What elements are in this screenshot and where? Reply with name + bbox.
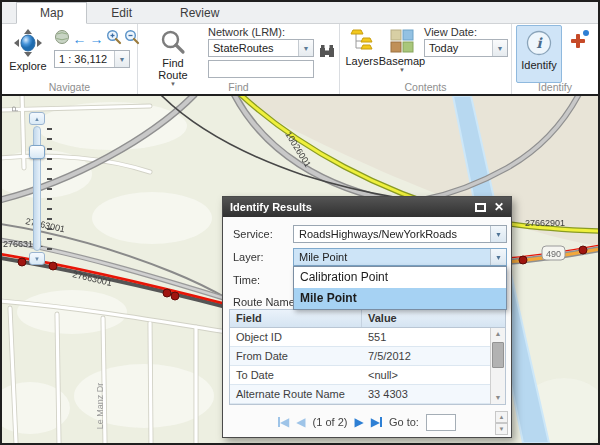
navigate-group-label: Navigate — [2, 81, 137, 93]
view-date-label: View Date: — [424, 26, 477, 38]
street-label: P — [10, 106, 20, 112]
goto-page-input[interactable] — [426, 414, 456, 431]
chevron-down-icon: ▼ — [490, 226, 506, 242]
close-icon[interactable]: ✕ — [494, 201, 504, 213]
identify-group-label: Identify — [512, 81, 598, 93]
group-contents: Layers Basemap ▼ View Date: Today ▼ — [340, 24, 512, 94]
layer-dropdown-list: Calibration Point Mile Point — [293, 266, 507, 310]
table-row: From Date 7/5/2012 — [230, 347, 490, 366]
tab-map[interactable]: Map — [16, 2, 87, 24]
scale-combobox[interactable]: 1 : 36,112 ▼ — [54, 50, 130, 68]
layer-label: Layer: — [233, 251, 264, 263]
scroll-down-icon[interactable]: ▼ — [491, 392, 505, 404]
app-window: Map Edit Review Explore — [0, 0, 600, 445]
map-zoom-slider: ▲ ▼ — [28, 112, 46, 265]
slider-handle[interactable] — [29, 145, 45, 159]
basemap-label: Basemap — [379, 55, 425, 67]
street-label: Le Manz Dr — [95, 383, 105, 430]
service-combobox[interactable]: RoadsHighways/NewYorkRoads ▼ — [293, 225, 507, 243]
chevron-down-icon: ▼ — [298, 40, 313, 56]
previous-page-button[interactable]: ◀ — [296, 416, 305, 428]
basemap-button[interactable]: Basemap ▼ — [382, 28, 422, 88]
navigate-iconrow: ← → — [54, 29, 140, 49]
group-identify: i Identify Identify — [512, 24, 598, 94]
find-route-magnifier-icon — [160, 29, 186, 57]
tab-edit[interactable]: Edit — [87, 2, 156, 23]
contents-group-label: Contents — [340, 81, 511, 93]
route-search-input[interactable] — [208, 60, 314, 78]
explore-label: Explore — [9, 60, 46, 72]
view-date-combobox[interactable]: Today ▼ — [424, 39, 508, 57]
goto-spinner[interactable]: ▲ ▼ — [495, 411, 508, 433]
scroll-up-icon[interactable]: ▲ — [491, 328, 505, 340]
tab-review[interactable]: Review — [156, 2, 243, 23]
table-row: To Date <null> — [230, 366, 490, 385]
identify-button[interactable]: i Identify — [516, 25, 562, 83]
route-name-label: Route Name: — [233, 296, 298, 308]
ribbon-tabbar: Map Edit Review — [2, 2, 598, 24]
ribbon-toolbar: Explore ← → 1 : 36,112 ▼ Navigate — [2, 24, 598, 94]
explore-icon — [13, 28, 43, 60]
dialog-titlebar[interactable]: Identify Results ✕ — [223, 197, 511, 217]
table-scrollbar[interactable]: ▲ ▼ — [490, 328, 505, 404]
globe-icon[interactable] — [54, 29, 70, 49]
identify-label: Identify — [521, 59, 556, 71]
back-arrow-icon[interactable]: ← — [72, 31, 87, 47]
explore-button[interactable]: Explore — [6, 27, 50, 81]
first-page-button[interactable]: ◀ — [278, 416, 289, 428]
route-label: 27662901 — [525, 218, 565, 228]
page-indicator: (1 of 2) — [313, 416, 348, 428]
find-group-label: Find — [138, 81, 339, 93]
service-value: RoadsHighways/NewYorkRoads — [294, 226, 490, 242]
view-date-value: Today — [425, 40, 492, 56]
maximize-icon[interactable] — [475, 203, 486, 212]
add-identify-tool-icon[interactable] — [570, 32, 588, 50]
attributes-table: Field Value Object ID 551 From Date 7/5/… — [229, 309, 506, 405]
layers-button[interactable]: Layers — [344, 28, 380, 80]
field-column-header: Field — [230, 310, 362, 327]
network-lrm-label: Network (LRM): — [208, 26, 285, 38]
results-pager: ◀ ◀ (1 of 2) ▶ ▶ Go to: — [223, 409, 511, 435]
scrollbar-thumb[interactable] — [492, 342, 504, 368]
scale-value: 1 : 36,112 — [55, 51, 114, 67]
layers-label: Layers — [345, 55, 378, 67]
layer-value: Mile Point — [294, 249, 490, 265]
slider-zoom-out-button[interactable]: ▼ — [29, 252, 45, 265]
next-page-button[interactable]: ▶ — [354, 416, 363, 428]
table-body: Object ID 551 From Date 7/5/2012 To Date… — [230, 328, 490, 404]
identify-icon: i — [525, 29, 553, 59]
service-label: Service: — [233, 228, 273, 240]
binoculars-icon[interactable] — [318, 42, 336, 64]
svg-text:490: 490 — [546, 249, 561, 259]
chevron-down-icon: ▼ — [490, 249, 506, 265]
group-navigate: Explore ← → 1 : 36,112 ▼ Navigate — [2, 24, 138, 94]
route-shield-490: 490 — [542, 246, 565, 260]
group-find: Find Route ▼ Network (LRM): StateRoutes … — [138, 24, 340, 94]
spinner-down-icon[interactable]: ▼ — [495, 423, 508, 435]
table-row: Alternate Route Name 33 4303 — [230, 385, 490, 404]
layers-icon — [349, 29, 375, 55]
basemap-icon — [390, 29, 414, 55]
network-value: StateRoutes — [209, 40, 298, 56]
network-combobox[interactable]: StateRoutes ▼ — [208, 39, 314, 57]
slider-zoom-in-button[interactable]: ▲ — [29, 112, 45, 125]
zoom-in-icon[interactable] — [106, 29, 122, 49]
dropdown-item-mile-point[interactable]: Mile Point — [294, 288, 506, 309]
dialog-title: Identify Results — [230, 201, 312, 213]
table-header: Field Value — [230, 310, 505, 328]
layer-combobox[interactable]: Mile Point ▼ — [293, 248, 507, 266]
time-label: Time: — [233, 274, 260, 286]
find-route-label-2: Route — [158, 69, 187, 81]
dropdown-item-calibration-point[interactable]: Calibration Point — [294, 267, 506, 288]
spinner-up-icon[interactable]: ▲ — [495, 411, 508, 423]
goto-label: Go to: — [389, 416, 419, 428]
value-column-header: Value — [362, 310, 505, 327]
last-page-button[interactable]: ▶ — [371, 416, 382, 428]
find-route-label-1: Find — [162, 57, 183, 69]
chevron-down-icon: ▼ — [492, 40, 507, 56]
table-row: Object ID 551 — [230, 328, 490, 347]
chevron-down-icon: ▼ — [114, 51, 129, 67]
find-route-button[interactable]: Find Route ▼ — [150, 27, 196, 89]
forward-arrow-icon[interactable]: → — [89, 31, 104, 47]
slider-tick-marks — [47, 128, 52, 258]
